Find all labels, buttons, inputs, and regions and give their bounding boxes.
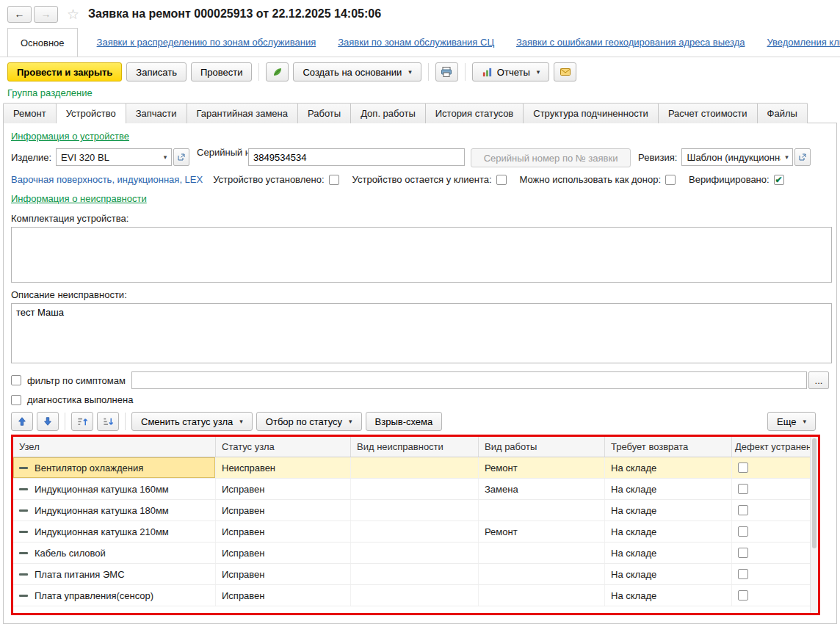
column-header[interactable]: Вид работы xyxy=(479,437,605,457)
node-cell[interactable]: Индукционная катушка 160мм xyxy=(13,479,216,499)
table-scrollbar[interactable] xyxy=(810,437,818,613)
change-node-status-button[interactable]: Сменить статус узла ▾ xyxy=(131,412,253,431)
node-cell[interactable]: Кабель силовой xyxy=(13,543,216,563)
fault-cell[interactable] xyxy=(351,585,479,606)
tab[interactable]: Доп. работы xyxy=(350,103,426,123)
fault-cell[interactable] xyxy=(351,543,479,563)
nav-link[interactable]: Заявки к распределению по зонам обслужив… xyxy=(97,37,316,48)
filter-by-status-button[interactable]: Отбор по статусу ▾ xyxy=(256,412,362,431)
tab[interactable]: Ремонт xyxy=(3,103,57,123)
defect-fixed-cell[interactable] xyxy=(732,479,810,499)
tab[interactable]: Гарантийная замена xyxy=(187,103,298,123)
tab[interactable]: Файлы xyxy=(757,103,808,123)
return-cell[interactable]: На складе xyxy=(605,543,732,563)
status-cell[interactable]: Исправен xyxy=(216,543,351,563)
status-cell[interactable]: Исправен xyxy=(216,585,351,606)
table-row[interactable]: Индукционная катушка 160ммИсправенЗамена… xyxy=(13,479,810,500)
device-section-header[interactable]: Информация о устройстве xyxy=(11,131,129,142)
fault-section-header[interactable]: Информация о неисправности xyxy=(11,193,147,204)
defect-fixed-cell[interactable] xyxy=(732,521,810,542)
node-cell[interactable]: Индукционная катушка 210мм xyxy=(13,521,216,542)
return-cell[interactable]: На складе xyxy=(605,479,732,499)
chevron-down-icon[interactable]: ▾ xyxy=(781,153,792,161)
symptom-filter-checkbox[interactable] xyxy=(11,375,21,385)
checkbox[interactable] xyxy=(665,175,676,185)
explosion-diagram-button[interactable]: Взрыв-схема xyxy=(366,412,443,431)
group-separation-link[interactable]: Группа разделение xyxy=(7,87,93,98)
defect-fixed-checkbox[interactable] xyxy=(738,548,748,558)
table-row[interactable]: Индукционная катушка 210ммИсправенРемонт… xyxy=(13,521,810,543)
return-cell[interactable]: На складе xyxy=(605,521,732,542)
checkbox[interactable] xyxy=(329,175,339,185)
move-down-button[interactable] xyxy=(37,412,59,431)
sort-descending-button[interactable] xyxy=(97,412,119,431)
status-cell[interactable]: Неисправен xyxy=(216,457,351,478)
work-cell[interactable]: Ремонт xyxy=(479,457,605,478)
defect-fixed-checkbox[interactable] xyxy=(738,505,748,515)
defect-fixed-cell[interactable] xyxy=(732,564,810,584)
return-cell[interactable]: На складе xyxy=(605,585,732,606)
nav-link[interactable]: Уведомления клиентам о и xyxy=(767,37,840,48)
fault-cell[interactable] xyxy=(351,479,479,499)
chevron-down-icon[interactable]: ▾ xyxy=(159,153,171,161)
tab[interactable]: Структура подчиненности xyxy=(523,103,659,123)
sort-ascending-button[interactable] xyxy=(71,412,93,431)
post-button[interactable]: Провести xyxy=(191,62,253,81)
product-open-button[interactable] xyxy=(173,148,189,166)
post-and-close-button[interactable]: Провести и закрыть xyxy=(7,62,122,81)
product-combobox[interactable]: EVI 320 BL ▾ xyxy=(56,148,172,166)
defect-fixed-checkbox[interactable] xyxy=(738,484,748,494)
table-row[interactable]: Кабель силовойИсправенНа складе xyxy=(13,543,810,564)
more-button[interactable]: Еще ▾ xyxy=(767,412,816,431)
back-button[interactable]: ← xyxy=(7,6,32,23)
return-cell[interactable]: На складе xyxy=(605,564,732,584)
favorite-star-icon[interactable]: ☆ xyxy=(67,6,79,23)
checkbox[interactable] xyxy=(774,175,784,185)
work-cell[interactable] xyxy=(479,500,605,520)
status-cell[interactable]: Исправен xyxy=(216,479,351,499)
fault-cell[interactable] xyxy=(351,521,479,542)
print-button[interactable] xyxy=(435,62,458,81)
node-cell[interactable]: Плата управления(сенсор) xyxy=(13,585,216,606)
description-textarea[interactable]: тест Маша xyxy=(11,303,832,363)
serial-by-request-button[interactable]: Серийный номер по № заявки xyxy=(471,148,631,167)
checkbox[interactable] xyxy=(496,175,507,185)
tab[interactable]: История статусов xyxy=(425,103,524,123)
return-cell[interactable]: На складе xyxy=(605,457,732,478)
fault-cell[interactable] xyxy=(351,500,479,520)
green-leaf-button[interactable] xyxy=(266,62,289,81)
node-cell[interactable]: Плата питания ЭМС xyxy=(13,564,216,584)
reports-button[interactable]: Отчеты ▾ xyxy=(472,62,549,81)
defect-fixed-checkbox[interactable] xyxy=(738,462,748,473)
tab[interactable]: Работы xyxy=(297,103,351,123)
tab[interactable]: Устройство xyxy=(56,103,126,123)
write-button[interactable]: Записать xyxy=(126,62,187,81)
email-button[interactable] xyxy=(554,62,576,81)
tab[interactable]: Расчет стоимости xyxy=(658,103,758,123)
table-row[interactable]: Плата питания ЭМСИсправенНа складе xyxy=(13,564,810,585)
equipment-textarea[interactable] xyxy=(11,227,832,283)
serial-input[interactable] xyxy=(248,148,465,166)
symptom-filter-ellipsis-button[interactable]: ... xyxy=(808,371,829,389)
work-cell[interactable]: Замена xyxy=(479,479,605,499)
forward-button[interactable]: → xyxy=(34,6,58,23)
defect-fixed-checkbox[interactable] xyxy=(738,590,748,601)
nav-link[interactable]: Заявки по зонам обслуживания СЦ xyxy=(338,37,494,48)
column-header[interactable]: Узел xyxy=(13,437,216,457)
column-header[interactable]: Требует возврата xyxy=(605,437,732,457)
status-cell[interactable]: Исправен xyxy=(216,500,351,520)
status-cell[interactable]: Исправен xyxy=(216,521,351,542)
move-up-button[interactable] xyxy=(11,412,33,431)
diagnostics-checkbox[interactable] xyxy=(11,395,21,405)
defect-fixed-cell[interactable] xyxy=(732,500,810,520)
defect-fixed-cell[interactable] xyxy=(732,543,810,563)
column-header[interactable]: Вид неисправности xyxy=(351,437,479,457)
status-cell[interactable]: Исправен xyxy=(216,564,351,584)
symptom-filter-input[interactable] xyxy=(131,371,807,389)
nav-tab-main[interactable]: Основное xyxy=(7,28,78,57)
work-cell[interactable]: Ремонт xyxy=(479,521,605,542)
tab[interactable]: Запчасти xyxy=(126,103,187,123)
return-cell[interactable]: На складе xyxy=(605,500,732,520)
column-header[interactable]: Статус узла xyxy=(216,437,351,457)
node-cell[interactable]: Индукционная катушка 180мм xyxy=(13,500,216,520)
